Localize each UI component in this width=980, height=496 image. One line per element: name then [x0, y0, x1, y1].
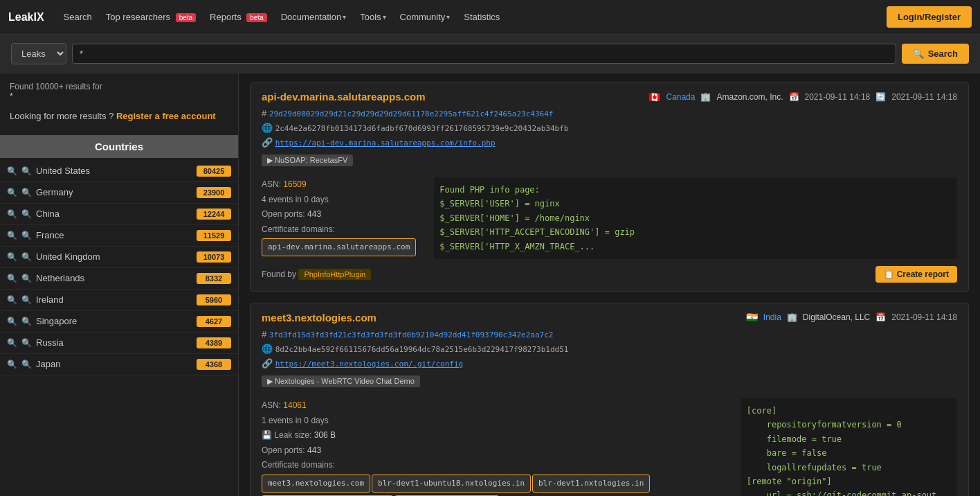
- search-zoom-icon[interactable]: 🔍: [7, 317, 17, 326]
- nav-documentation[interactable]: Documentation: [274, 8, 353, 26]
- nav-community[interactable]: Community: [393, 8, 457, 26]
- sidebar-meta: Found 10000+ results for *: [0, 73, 238, 104]
- result-cert: 2c44e2a6278fb0134173d6fadbf670d6993ff261…: [275, 124, 569, 133]
- country-name: China: [36, 209, 192, 219]
- result-url[interactable]: https://meet3.nextologies.com/.git/confi…: [275, 360, 464, 369]
- search-zoom2-icon[interactable]: 🔍: [21, 338, 32, 348]
- search-zoom-icon[interactable]: 🔍: [7, 338, 17, 348]
- country-item: 🔍 🔍 United States 80425: [0, 161, 238, 182]
- results-list: api-dev.marina.salutareapps.com 🇨🇦 Canad…: [250, 82, 969, 496]
- calendar-icon: 📅: [789, 92, 799, 102]
- result-details: ASN: 16509 4 events in 0 days Open ports…: [262, 177, 957, 259]
- result-country: India: [763, 312, 781, 322]
- create-report-button[interactable]: 📋 Create report: [875, 266, 957, 283]
- cert-domain-tag: blr-devt1.nxtologies.in: [532, 475, 650, 493]
- result-provider: Amazon.com, Inc.: [716, 92, 783, 102]
- result-card: meet3.nextologies.com 🇮🇳 India 🏢 Digital…: [250, 303, 969, 496]
- asn-link[interactable]: 14061: [283, 400, 306, 410]
- cert-domain-tag: api-dev.marina.salutareapps.com: [262, 238, 416, 256]
- result-details: ASN: 14061 1 events in 0 days 💾 Leak siz…: [262, 398, 957, 496]
- search-zoom2-icon[interactable]: 🔍: [21, 231, 32, 240]
- search-bar: Leaks 🔍 Search: [0, 35, 980, 73]
- search-icon: 🔍: [913, 48, 924, 59]
- country-flag-icon: 🇮🇳: [746, 312, 758, 323]
- result-url[interactable]: https://api-dev.marina.salutareapps.com/…: [275, 139, 496, 148]
- search-button[interactable]: 🔍 Search: [902, 44, 969, 64]
- result-country: Canada: [666, 92, 695, 102]
- provider-icon: 🏢: [700, 92, 711, 102]
- login-register-button[interactable]: Login/Register: [887, 6, 972, 28]
- search-zoom-icon[interactable]: 🔍: [7, 188, 17, 197]
- dns-icon: 🌐: [262, 123, 273, 133]
- country-count: 4368: [197, 359, 231, 370]
- beta-badge-researchers: beta: [176, 13, 196, 22]
- search-zoom2-icon[interactable]: 🔍: [21, 188, 32, 197]
- search-zoom-icon[interactable]: 🔍: [7, 209, 17, 219]
- cert-row: 🌐 8d2c2bb4ae592f66115676dd56a19964dc78a2…: [262, 344, 957, 354]
- search-zoom2-icon[interactable]: 🔍: [21, 295, 32, 305]
- search-type-select[interactable]: Leaks: [11, 43, 66, 64]
- country-count: 80425: [197, 166, 231, 177]
- hash-icon: #: [262, 329, 266, 339]
- plugin-tag[interactable]: Nextologies - WebRTC Video Chat Demo: [262, 375, 420, 387]
- search-zoom-icon[interactable]: 🔍: [7, 360, 17, 369]
- brand-logo[interactable]: LeakIX: [8, 11, 44, 24]
- result-left: ASN: 16509 4 events in 0 days Open ports…: [262, 177, 417, 259]
- country-count: 4389: [197, 337, 231, 348]
- country-name: France: [36, 230, 192, 240]
- cert-row: 🌐 2c44e2a6278fb0134173d6fadbf670d6993ff2…: [262, 123, 957, 133]
- country-item: 🔍 🔍 Germany 23900: [0, 182, 238, 204]
- url-row: 🔗 https://api-dev.marina.salutareapps.co…: [262, 137, 957, 148]
- plugin-tag[interactable]: NuSOAP: RecetasFV: [262, 154, 353, 166]
- search-zoom2-icon[interactable]: 🔍: [21, 252, 32, 262]
- country-name: United States: [36, 166, 192, 176]
- hash-row: # 3fd3fd15d3fd3fd21c3fd3fd3fd3fd0b92104d…: [262, 329, 957, 339]
- result-date2: 2021-09-11 14:18: [891, 92, 957, 102]
- nav-search[interactable]: Search: [57, 8, 99, 26]
- nav-tools[interactable]: Tools: [353, 8, 392, 26]
- search-zoom2-icon[interactable]: 🔍: [21, 166, 32, 176]
- country-item: 🔍 🔍 United Kingdom 10073: [0, 247, 238, 268]
- search-zoom2-icon[interactable]: 🔍: [21, 274, 32, 283]
- search-zoom2-icon[interactable]: 🔍: [21, 360, 32, 369]
- search-zoom-icon[interactable]: 🔍: [7, 274, 17, 283]
- result-hash: 3fd3fd15d3fd3fd21c3fd3fd3fd3fd0b92104d92…: [269, 330, 554, 339]
- country-count: 4627: [197, 316, 231, 327]
- country-count: 11529: [197, 230, 231, 241]
- search-zoom-icon[interactable]: 🔍: [7, 231, 17, 240]
- search-zoom-icon[interactable]: 🔍: [7, 166, 17, 176]
- search-zoom2-icon[interactable]: 🔍: [21, 317, 32, 326]
- country-name: Germany: [36, 187, 192, 197]
- url-row: 🔗 https://meet3.nextologies.com/.git/con…: [262, 358, 957, 369]
- nav-top-researchers[interactable]: Top researchers beta: [99, 8, 203, 26]
- search-zoom-icon[interactable]: 🔍: [7, 295, 17, 305]
- asn-link[interactable]: 16509: [283, 179, 306, 189]
- search-zoom-icon[interactable]: 🔍: [7, 252, 17, 262]
- provider-icon: 🏢: [787, 312, 797, 322]
- nav-statistics[interactable]: Statistics: [457, 8, 507, 26]
- ports-row: Open ports: 443: [262, 443, 725, 459]
- search-zoom2-icon[interactable]: 🔍: [21, 209, 32, 219]
- register-link[interactable]: Register a free account: [116, 111, 216, 121]
- search-input[interactable]: [72, 44, 896, 64]
- result-hostname[interactable]: api-dev.marina.salutareapps.com: [262, 91, 425, 103]
- events-row: 4 events in 0 days: [262, 193, 417, 208]
- nav-reports[interactable]: Reports beta: [203, 8, 274, 26]
- asn-row: ASN: 14061: [262, 398, 725, 414]
- result-header: api-dev.marina.salutareapps.com 🇨🇦 Canad…: [262, 91, 957, 103]
- country-item: 🔍 🔍 France 11529: [0, 225, 238, 247]
- cert-domains-tags: meet3.nextologies.comblr-devt1-ubuntu18.…: [262, 473, 725, 496]
- country-item: 🔍 🔍 Singapore 4627: [0, 311, 238, 333]
- country-item: 🔍 🔍 Japan 4368: [0, 354, 238, 375]
- country-item: 🔍 🔍 Russia 4389: [0, 333, 238, 354]
- country-name: Japan: [36, 359, 192, 369]
- country-name: Ireland: [36, 294, 192, 305]
- result-hostname[interactable]: meet3.nextologies.com: [262, 312, 376, 324]
- result-date1: 2021-09-11 14:18: [805, 92, 871, 102]
- country-item: 🔍 🔍 Ireland 5960: [0, 290, 238, 311]
- found-by: Found by PhpInfoHttpPlugin: [262, 269, 371, 279]
- result-left: ASN: 14061 1 events in 0 days 💾 Leak siz…: [262, 398, 725, 496]
- result-code: [core] repositoryformatversion = 0 filem…: [741, 398, 957, 496]
- result-card: api-dev.marina.salutareapps.com 🇨🇦 Canad…: [250, 82, 969, 292]
- result-header: meet3.nextologies.com 🇮🇳 India 🏢 Digital…: [262, 312, 957, 324]
